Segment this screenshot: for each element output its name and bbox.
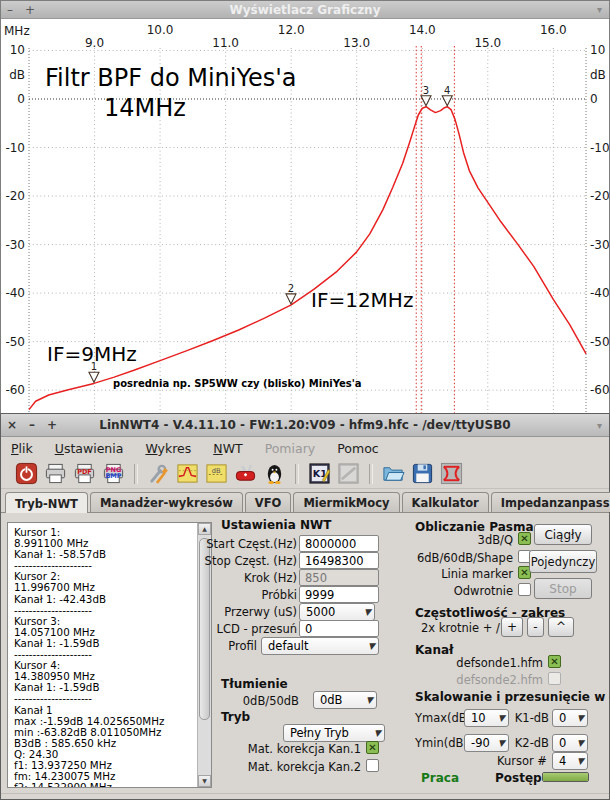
cursor-marker-3 [421, 96, 431, 106]
y-tick-label: -30 [590, 238, 609, 252]
print-pdf-icon[interactable]: PDF [73, 462, 96, 485]
delay-label: Przerwy (uS) [197, 605, 297, 619]
x-tick-label: 9.0 [85, 36, 104, 50]
profile-combo[interactable]: default▼ [261, 637, 379, 655]
freq-range-label: 2x krotnie + / - [421, 621, 508, 635]
marker-line-label: Linia marker [413, 567, 513, 581]
annotation-if12: IF=12MHz [311, 288, 413, 312]
range-up-button[interactable]: ^ [548, 617, 574, 637]
export-image-icon[interactable]: PNGBMP [102, 462, 125, 485]
sonde2-checkbox[interactable] [548, 672, 561, 685]
print-icon[interactable] [44, 462, 67, 485]
3db-q-checkbox[interactable] [518, 532, 531, 545]
minimize-button[interactable]: – [1, 4, 19, 16]
cursor-info-line: 11.996700 MHz [14, 582, 197, 593]
graph-window-titlebar[interactable]: – + Wyświetlacz Graficzny ▾ [1, 1, 609, 19]
save-file-icon[interactable] [411, 462, 434, 485]
sonde1-checkbox[interactable] [548, 655, 561, 668]
correction2-checkbox[interactable] [366, 759, 379, 772]
desktop: – + Wyświetlacz Graficzny ▾ 1234MHz9.010… [0, 0, 610, 800]
power-off-icon[interactable] [15, 462, 38, 485]
y-axis-unit-label: dB [9, 68, 25, 82]
chevron-down-icon: ▼ [577, 756, 584, 766]
maximize-button[interactable]: + [41, 419, 63, 431]
single-button[interactable]: Pojedynczy [529, 550, 597, 573]
y-axis-unit-label: dB [590, 68, 606, 82]
tab-kalkulator[interactable]: Kalkulator [402, 492, 489, 512]
menu-item-wykres[interactable]: Wykres [145, 441, 191, 456]
k1-db-label: K1-dB [512, 711, 549, 725]
menu-item-plik[interactable]: Plik [11, 441, 33, 456]
ymin-label: Ymin(dB [415, 736, 463, 750]
y-tick-label: -30 [5, 238, 25, 252]
lcd-offset-input[interactable]: 0 [299, 620, 379, 637]
k1-calibration-icon[interactable]: K1 [308, 462, 331, 485]
window-menu-icon[interactable]: ▾ [590, 420, 609, 431]
attenuation-combo[interactable]: 0dB▼ [313, 691, 377, 709]
cursor-info-panel[interactable]: Kursor 1:8.991100 MHzKanał 1: -58.57dB--… [7, 522, 212, 788]
cursor-info-line: f2: 14.522900 MHz [14, 782, 197, 787]
menu-item-nwt[interactable]: NWT [213, 441, 242, 456]
tab-miermikmocy[interactable]: MiermikMocy [293, 492, 399, 512]
k1-db-combo[interactable]: 0▼ [552, 709, 588, 727]
menu-item-pomoc[interactable]: Pomoc [337, 441, 378, 456]
menu-bar: PlikUstawieniaWykresNWTPomiaryPomoc [1, 437, 609, 459]
stop-freq-input[interactable]: 16498300 [299, 552, 379, 569]
k2-db-combo[interactable]: 0▼ [552, 734, 588, 752]
scroll-up-icon[interactable]: ▲ [198, 523, 211, 535]
open-file-icon[interactable] [382, 462, 405, 485]
scroll-down-icon[interactable]: ▼ [198, 775, 211, 787]
range-plus-button[interactable]: + [501, 617, 523, 637]
x-tick-label: 14.0 [409, 23, 436, 37]
impedance-match-icon[interactable] [440, 462, 463, 485]
y-tick-label: -40 [5, 286, 25, 300]
nwt-settings-heading: Ustawienia NWT [221, 518, 331, 532]
cursor-info-text: Kursor 1:8.991100 MHzKanał 1: -58.57dB--… [8, 523, 197, 787]
tab-manadżer-wykresów[interactable]: Manadżer-wykresów [90, 492, 243, 512]
x-tick-label: 13.0 [343, 36, 370, 50]
y-tick-label: 0 [17, 92, 25, 106]
window-menu-icon[interactable]: ▾ [590, 4, 609, 15]
range-minus-button[interactable]: - [527, 617, 544, 637]
graph-window: – + Wyświetlacz Graficzny ▾ 1234MHz9.010… [0, 0, 610, 413]
tab-bar: Tryb-NWTManadżer-wykresówVFOMiermikMocyK… [1, 489, 609, 513]
correction1-checkbox[interactable] [366, 741, 379, 754]
x-tick-label: 12.0 [278, 23, 305, 37]
mode-combo[interactable]: Pełny Tryb▼ [283, 724, 385, 742]
menu-item-ustawienia[interactable]: Ustawienia [55, 441, 124, 456]
tux-icon[interactable] [263, 462, 286, 485]
delay-combo[interactable]: 5000▼ [299, 603, 375, 621]
sweep-graph-icon[interactable] [176, 462, 199, 485]
maximize-button[interactable]: + [19, 4, 41, 16]
close-button[interactable]: × [1, 419, 23, 431]
cursor-info-line: Kanał 1 [14, 705, 197, 716]
correction1-label: Mat. korekcja Kan.1 [201, 742, 361, 756]
x-tick-label: 11.0 [212, 36, 239, 50]
ymax-combo[interactable]: 10▼ [464, 709, 509, 727]
toolbar: PDFPNGBMPdBK1 [1, 459, 609, 489]
app-window-titlebar[interactable]: × – + LinNWT4 - V.4.11.10 - FW:1.20:V09 … [1, 414, 609, 437]
x-tick-label: 10.0 [147, 23, 174, 37]
samples-input[interactable]: 9999 [299, 586, 379, 603]
invert-label: Odwrotnie [413, 584, 513, 598]
db-settings-icon[interactable]: dB [205, 462, 228, 485]
y-tick-label: -60 [590, 383, 609, 397]
continuous-button[interactable]: Ciągły [534, 524, 592, 545]
progress-label: Postęp [495, 771, 542, 785]
swiss-knife-icon[interactable] [234, 462, 257, 485]
lcd-offset-label: LCD - przesuń [197, 622, 297, 636]
cursor-marker-label: 3 [423, 85, 429, 96]
y-tick-label: -10 [5, 141, 25, 155]
invert-checkbox[interactable] [518, 583, 531, 596]
tab-impedanzanpassung[interactable]: Impedanzanpassung [491, 492, 610, 512]
ymin-combo[interactable]: -90▼ [464, 734, 509, 752]
minimize-button[interactable]: – [23, 419, 41, 431]
tab-tryb-nwt[interactable]: Tryb-NWT [5, 492, 88, 513]
mode-heading: Tryb [221, 710, 250, 724]
tab-vfo[interactable]: VFO [245, 492, 292, 512]
cursor-number-combo[interactable]: 4▼ [552, 752, 588, 770]
start-freq-input[interactable]: 8000000 [299, 535, 379, 552]
x-tick-label: 15.0 [474, 36, 501, 50]
stop-freq-label: Stop Częst. (Hz) [197, 554, 297, 568]
tools-icon[interactable] [147, 462, 170, 485]
